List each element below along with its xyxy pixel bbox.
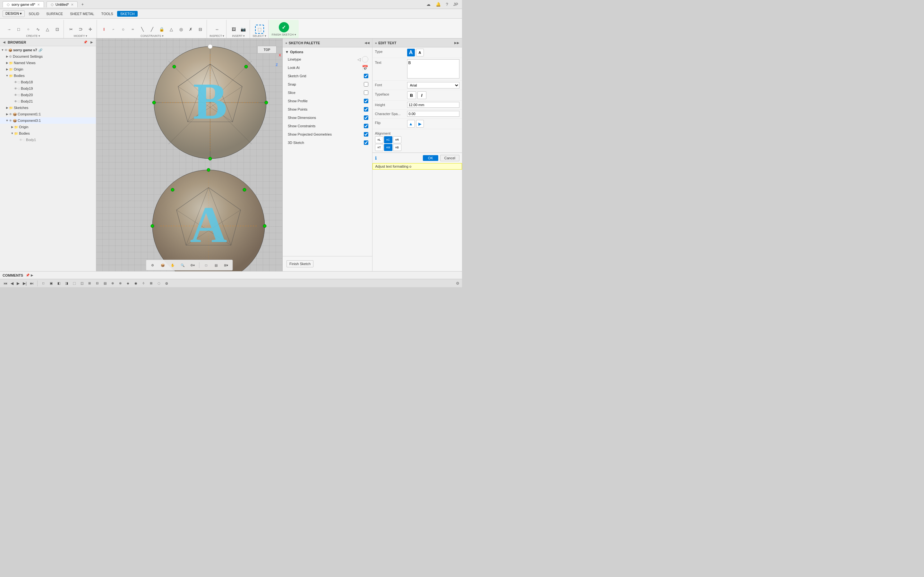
3d-sketch-checkbox[interactable] [364,140,368,145]
align-right-btn[interactable]: ≡R [393,136,401,143]
snap-checkbox[interactable] [364,82,368,87]
nav-next-btn[interactable]: ▶| [22,280,27,286]
comments-toggle-btn[interactable]: 📌 [26,274,29,277]
tree-item-sketches[interactable]: ▶ 📁 Sketches [0,105,96,111]
edit-text-expand-btn[interactable]: ▶▶ [454,41,459,45]
tree-arrow-origin-2[interactable]: ▶ [10,125,14,129]
bottom-tool-7[interactable]: ⊞ [86,280,93,287]
bottom-tool-15[interactable]: ⊠ [148,280,154,287]
view-cube-top[interactable]: TOP [257,46,276,53]
bottom-tool-13[interactable]: ◉ [132,280,139,287]
finish-sketch-palette-btn[interactable]: Finish Sketch [286,260,313,268]
tree-item-bodies-2[interactable]: ▼ 📁 Bodies [0,130,96,137]
text-input[interactable]: B [407,59,460,79]
finish-sketch-btn-icon[interactable]: ✓ [279,22,289,32]
font-select[interactable]: Arial Arial Black Courier New Times New … [407,82,460,89]
canvas-tool-1[interactable]: ⚙ [148,261,157,269]
view-cube[interactable]: TOP Z X [254,41,280,67]
linetype-control[interactable]: ◁ [357,56,368,63]
tree-item-body20[interactable]: ▶ 👁 □ Body20 [0,92,96,98]
tree-arrow-doc[interactable]: ▶ [5,55,9,58]
offset-tool[interactable]: ⊃ [76,25,85,34]
menu-tools[interactable]: TOOLS [98,11,116,17]
align-bottom-btn[interactable]: ≡B [393,144,401,151]
symmetric-tool[interactable]: ◎ [176,25,186,34]
align-center-h-btn[interactable]: ≡C [384,136,393,143]
bottom-tool-16[interactable]: ◌ [156,280,162,287]
midpoint-tool[interactable]: ✗ [186,25,195,34]
align-left-btn[interactable]: ≡L [375,136,383,143]
rect-tool[interactable]: □ [14,25,23,34]
new-tab-btn[interactable]: + [80,1,86,7]
collinear-tool[interactable]: ═ [128,25,137,34]
bottom-tool-6[interactable]: ◫ [79,280,85,287]
tangent-tool[interactable]: ╲ [138,25,147,34]
bottom-tool-11[interactable]: ⊗ [117,280,124,287]
canvas-tool-3[interactable]: ✋ [168,261,177,269]
flip-horizontal-btn[interactable]: ▶ [416,120,424,127]
bottom-tool-12[interactable]: ◈ [125,280,131,287]
slice-checkbox[interactable] [364,90,368,95]
align-center-v-btn[interactable]: ≡M [384,144,393,151]
tree-arrow-named-views[interactable]: ▶ [5,61,9,64]
comments-expand-btn[interactable]: ▶ [31,274,33,277]
cloud-btn[interactable]: ☁ [425,1,432,7]
canvas-tool-zoom[interactable]: 🔍 [178,261,187,269]
tree-item-origin-2[interactable]: ▶ 📁 Origin [0,124,96,130]
show-constraints-checkbox[interactable] [364,124,368,128]
select-tool[interactable]: ⬚ [255,25,264,34]
bottom-tool-14[interactable]: ◊ [140,280,147,287]
parallel-tool[interactable]: ‖ [99,25,108,34]
tree-arrow-component3[interactable]: ▼ [5,119,9,122]
tree-item-component3[interactable]: ▼ 👁 📦 Component3:1 [0,117,96,124]
browser-more-btn[interactable]: ▶ [89,40,94,44]
bell-btn[interactable]: 🔔 [435,1,442,7]
look-at-control[interactable]: 📅 [362,65,368,71]
canvas[interactable]: B [96,39,282,271]
char-space-input[interactable] [407,111,460,117]
close-tab-btn[interactable]: ✕ [37,3,40,6]
bottom-tool-17[interactable]: ◍ [163,280,170,287]
tree-arrow-root[interactable]: ▼ [1,48,5,52]
fixed-tool[interactable]: 🔒 [157,25,166,34]
menu-solid[interactable]: SOLID [25,11,42,17]
slot-tool[interactable]: ⊡ [53,25,61,34]
tree-arrow-origin-1[interactable]: ▶ [5,68,9,71]
ok-btn[interactable]: OK [423,155,438,161]
measure-tool[interactable]: ↔ [212,25,221,34]
tree-item-named-views[interactable]: ▶ 📁 Named Views [0,60,96,66]
cancel-btn[interactable]: Cancel [440,155,459,161]
italic-btn[interactable]: I [417,91,426,99]
type-btn-normal[interactable]: A [407,49,415,56]
tree-item-root[interactable]: ▼ 👁 📦 sorry game v7 🔗 [0,47,96,53]
browser-pin-btn[interactable]: 📌 [82,40,88,44]
insert-image-tool[interactable]: 🖼 [229,25,238,34]
canvas-tool-2[interactable]: 📦 [158,261,167,269]
canvas-tool-5[interactable]: □ [202,261,211,269]
design-menu[interactable]: DESIGN ▾ [3,10,25,17]
bottom-tool-1[interactable]: □ [40,280,47,287]
bottom-tool-9[interactable]: ▤ [102,280,108,287]
polygon-tool[interactable]: △ [43,25,52,34]
trim-tool[interactable]: ✂ [66,25,75,34]
nav-prev-btn[interactable]: ◀ [10,280,15,286]
height-input[interactable] [407,102,460,108]
tree-arrow-bodies-2[interactable]: ▼ [10,132,14,135]
nav-play-btn[interactable]: ▶ [16,280,21,286]
show-dimensions-checkbox[interactable] [364,115,368,120]
type-btn-small[interactable]: A [416,49,424,56]
menu-sheet-metal[interactable]: SHEET METAL [67,11,97,17]
nav-first-btn[interactable]: ⏮ [3,280,8,286]
browser-collapse-btn[interactable]: ◀ [2,40,6,44]
tree-item-body18[interactable]: ▶ 👁 □ Body18 [0,79,96,85]
canvas-tool-6[interactable]: ▤ [212,261,221,269]
tree-item-bodies-1[interactable]: ▼ 📁 Bodies [0,73,96,79]
tree-arrow-sketches[interactable]: ▶ [5,106,9,109]
bold-btn[interactable]: B [407,91,416,99]
info-icon[interactable]: ℹ [375,155,376,161]
canvas-tool-4[interactable]: ⚙▾ [188,261,197,269]
concentric-tool[interactable]: ○ [119,25,128,34]
settings-gear-btn[interactable]: ⚙ [456,281,459,285]
close-tab-btn-2[interactable]: ✕ [71,3,73,6]
tree-arrow-bodies-1[interactable]: ▼ [5,74,9,77]
